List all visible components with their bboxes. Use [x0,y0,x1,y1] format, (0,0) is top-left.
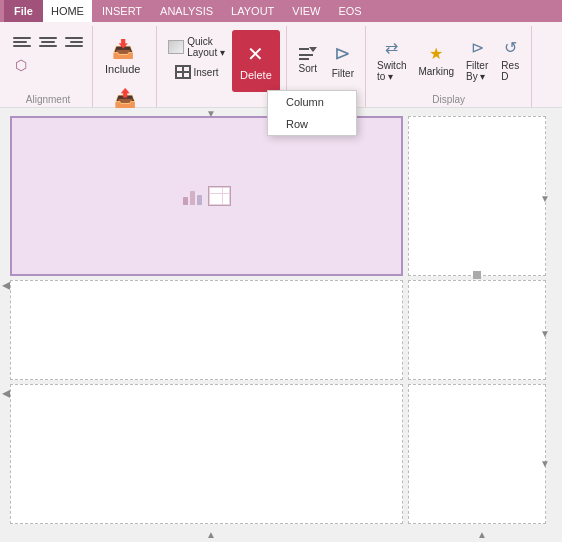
top-right-cell[interactable] [408,116,546,276]
switch-label: Switchto ▾ [377,60,406,82]
switch-icon: ⇄ [385,38,398,57]
menu-view[interactable]: VIEW [284,0,328,22]
menu-bar: File HOME INSERT ANALYSIS LAYOUT VIEW EO… [0,0,562,22]
bottom-handle-tr[interactable] [473,271,481,279]
align-center-btn[interactable] [36,34,60,50]
filter-by-label: FilterBy ▾ [466,60,488,82]
sort-label: Sort [299,63,317,74]
alignment-buttons: ⬡ [10,26,86,94]
cell-content-icons [183,186,231,206]
marking-label: Marking [418,66,454,77]
menu-home[interactable]: HOME [43,0,92,22]
include-btn[interactable]: 📥 Include [99,34,146,79]
ribbon: ⬡ Alignment 📥 Include 📤 Exclude [0,22,562,108]
ribbon-group-alignment: ⬡ Alignment [4,26,93,107]
delete-label: Delete [240,69,272,81]
menu-items: HOME INSERT ANALYSIS LAYOUT VIEW EOS [43,0,370,22]
exclude-icon: 📤 [114,87,136,109]
marking-btn[interactable]: ★ Marking [413,30,459,90]
filter-label: Filter [332,68,354,79]
menu-analysis[interactable]: ANALYSIS [152,0,221,22]
menu-insert[interactable]: INSERT [94,0,150,22]
ribbon-group-include-exclude: 📥 Include 📤 Exclude [93,26,157,107]
filter-btn[interactable]: ⊳ Filter [327,30,359,90]
filter-by-btn[interactable]: ⊳ FilterBy ▾ [461,30,493,90]
dropdown-menu: Column Row [267,90,357,136]
layout-buttons: QuickLayout ▾ Insert ✕ Delete [163,26,280,105]
mini-chart-icon [183,187,202,205]
insert-label: Insert [194,67,219,78]
marking-icon: ★ [429,44,443,63]
include-icon: 📥 [112,38,134,60]
bottom-handle-arrow-2[interactable]: ▲ [477,529,487,540]
bottom-left-cell[interactable] [10,384,403,524]
file-menu[interactable]: File [4,0,43,22]
sort-icon [299,47,317,60]
middle-right-cell[interactable] [408,280,546,380]
ribbon-group-display: ⇄ Switchto ▾ ★ Marking ⊳ FilterBy ▾ ↺ Re… [366,26,532,107]
quick-layout-label: QuickLayout ▾ [187,36,225,58]
filter-icon: ⊳ [334,41,351,65]
delete-btn[interactable]: ✕ Delete [232,30,280,92]
dropdown-row[interactable]: Row [268,113,356,135]
align-right-btn[interactable] [62,34,86,50]
right-handle-arrow[interactable]: ▼ [540,193,550,204]
display-buttons: ⇄ Switchto ▾ ★ Marking ⊳ FilterBy ▾ ↺ Re… [372,26,525,94]
quick-layout-icon [168,40,184,54]
align-right-icon [65,37,83,47]
align-left-icon [13,37,31,47]
display-label: Display [432,94,465,107]
right-handle-arrow-2[interactable]: ▼ [540,328,550,339]
menu-layout[interactable]: LAYOUT [223,0,282,22]
insert-btn[interactable]: Insert [163,63,230,81]
align-left-btn[interactable] [10,34,34,50]
top-handle-arrow[interactable]: ▼ [206,108,216,119]
bottom-handle-arrow[interactable]: ▲ [206,529,216,540]
format-btn[interactable]: ⬡ [10,54,32,76]
sort-btn[interactable]: Sort [293,30,323,90]
mini-table-icon [208,186,231,206]
right-handle-arrow-3[interactable]: ▼ [540,458,550,469]
sort-filter-buttons: Sort ⊳ Filter [293,26,359,94]
filter-by-icon: ⊳ [471,38,484,57]
reset-d-label: ResD [501,60,519,82]
reset-d-icon: ↺ [504,38,517,57]
insert-icon [175,65,191,79]
selected-cell[interactable] [10,116,403,276]
quick-layout-btn[interactable]: QuickLayout ▾ [163,34,230,60]
alignment-label: Alignment [26,94,70,107]
canvas-area: ◀ ◀ ▼ ▼ ▼ ▼ [0,108,562,542]
align-center-icon [39,37,57,47]
format-icon: ⬡ [15,57,27,73]
dropdown-column[interactable]: Column [268,91,356,113]
menu-eos[interactable]: EOS [330,0,369,22]
reset-d-btn[interactable]: ↺ ResD [495,30,525,90]
include-label: Include [105,63,140,75]
bottom-right-cell[interactable] [408,384,546,524]
delete-icon: ✕ [247,42,264,66]
switch-btn[interactable]: ⇄ Switchto ▾ [372,30,411,90]
middle-left-cell[interactable] [10,280,403,380]
